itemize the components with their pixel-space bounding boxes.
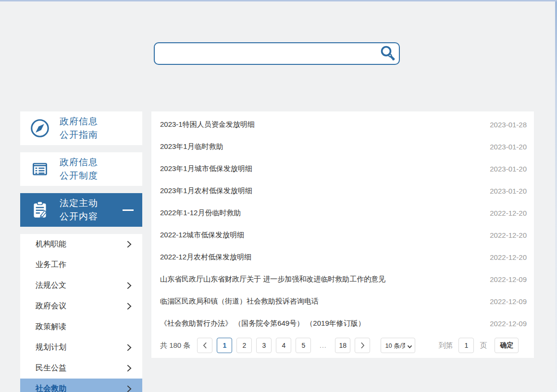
submenu-item[interactable]: 政策解读 <box>20 317 142 337</box>
article-date: 2023-01-20 <box>490 143 527 151</box>
list-item: 2023-1特困人员资金发放明细 2023-01-28 <box>151 113 534 135</box>
page-number-button[interactable]: 4 <box>276 338 291 353</box>
sidebar-label-line1: 法定主动 <box>60 196 98 210</box>
sidebar-submenu: 机构职能 业务工作 法规公文 <box>20 234 142 392</box>
submenu-item-label: 社会救助 <box>36 384 66 392</box>
goto-page-input[interactable] <box>458 338 474 353</box>
submenu-item[interactable]: 机构职能 <box>20 234 142 255</box>
article-link[interactable]: 《社会救助暂行办法》 （国务院令第649号） （2019年修订版） <box>160 319 365 328</box>
next-page-button[interactable] <box>355 338 370 353</box>
page-size-select-wrap: 10 条/页 <box>381 338 415 353</box>
list-item: 2022-12城市低保发放明细 2022-12-20 <box>151 224 534 246</box>
pagination-bar: 共 180 条 1 2 3 4 5 ... 18 <box>151 338 534 353</box>
chevron-right-icon <box>126 282 132 290</box>
submenu-item[interactable]: 规划计划 <box>20 337 142 358</box>
article-date: 2022-12-09 <box>490 297 527 306</box>
page-right-edge-strip <box>555 1 557 392</box>
sidebar-item-gov-info-guide[interactable]: 政府信息 公开指南 <box>20 111 142 145</box>
article-link[interactable]: 2023年1月临时救助 <box>160 142 223 151</box>
submenu-item-label: 政策解读 <box>36 322 66 332</box>
prev-page-button[interactable] <box>197 338 212 353</box>
article-date: 2022-12-20 <box>490 231 527 239</box>
chevron-right-icon <box>126 240 132 248</box>
submenu-item[interactable]: 政府会议 <box>20 296 142 317</box>
list-item: 2022-12月农村低保发放明细 2022-12-20 <box>151 246 534 268</box>
article-link[interactable]: 2023年1月城市低保发放明细 <box>160 164 252 173</box>
chevron-right-icon <box>360 342 365 349</box>
page-number-button[interactable]: 2 <box>236 338 252 353</box>
confirm-button[interactable]: 确定 <box>495 338 519 353</box>
sidebar-item-statutory-disclosure[interactable]: 法定主动 公开内容 <box>20 193 142 227</box>
article-link[interactable]: 2022-12月农村低保发放明细 <box>160 253 251 262</box>
submenu-item-label: 政府会议 <box>36 301 66 311</box>
list-item: 山东省民政厅山东省财政厅关于 进一步加强和改进临时救助工作的意见 2022-12… <box>151 268 534 290</box>
article-link[interactable]: 2022-12城市低保发放明细 <box>160 231 244 240</box>
article-link[interactable]: 临淄区民政局和镇（街道）社会救助投诉咨询电话 <box>160 297 319 306</box>
article-list-panel: 2023-1特困人员资金发放明细 2023-01-28 2023年1月临时救助 … <box>151 111 534 358</box>
goto-suffix-label: 页 <box>480 341 487 350</box>
article-date: 2023-01-20 <box>490 165 527 173</box>
submenu-item-label: 民生公益 <box>36 363 66 373</box>
submenu-item[interactable]: 社会救助 <box>20 379 142 392</box>
submenu-item[interactable]: 法规公文 <box>20 275 142 296</box>
list-item: 临淄区民政局和镇（街道）社会救助投诉咨询电话 2022-12-09 <box>151 290 534 312</box>
sidebar-label-line2: 公开指南 <box>60 128 98 142</box>
total-count-label: 共 180 条 <box>160 341 190 350</box>
article-date: 2023-01-28 <box>490 121 527 129</box>
article-date: 2022-12-09 <box>490 275 527 283</box>
chevron-left-icon <box>203 342 207 349</box>
list-item: 2023年1月城市低保发放明细 2023-01-20 <box>151 158 534 180</box>
page-number-button[interactable]: 1 <box>217 338 232 353</box>
article-date: 2022-12-20 <box>490 253 527 261</box>
submenu-item-label: 业务工作 <box>36 260 66 270</box>
chevron-right-icon <box>126 364 132 372</box>
search-bar <box>154 42 400 65</box>
article-link[interactable]: 2023年1月农村低保发放明细 <box>160 186 252 196</box>
sidebar-label-line1: 政府信息 <box>60 156 98 169</box>
clipboard-pen-icon <box>29 199 51 221</box>
article-date: 2022-12-20 <box>490 209 527 217</box>
page-number-button[interactable]: 18 <box>335 338 350 353</box>
submenu-item-label: 法规公文 <box>36 281 66 291</box>
compass-icon <box>29 117 51 139</box>
list-item: 2023年1月临时救助 2023-01-20 <box>151 135 534 158</box>
chevron-right-icon <box>126 385 132 392</box>
list-item: 2022年1-12月份临时救助 2022-12-20 <box>151 202 534 224</box>
page-number-button[interactable]: 3 <box>256 338 272 353</box>
page-number-button[interactable]: 5 <box>296 338 311 353</box>
minus-icon <box>123 209 134 211</box>
submenu-item-label: 规划计划 <box>36 343 66 353</box>
article-list: 2023-1特困人员资金发放明细 2023-01-28 2023年1月临时救助 … <box>151 113 534 334</box>
chevron-right-icon <box>126 302 132 310</box>
article-link[interactable]: 2023-1特困人员资金发放明细 <box>160 120 255 129</box>
search-input[interactable] <box>155 43 377 64</box>
search-button[interactable] <box>377 43 399 64</box>
submenu-item-label: 机构职能 <box>36 239 66 249</box>
article-link[interactable]: 山东省民政厅山东省财政厅关于 进一步加强和改进临时救助工作的意见 <box>160 275 385 284</box>
submenu-item[interactable]: 民生公益 <box>20 358 142 379</box>
sidebar-item-gov-info-system[interactable]: 政府信息 公开制度 <box>20 152 142 186</box>
page-number-buttons: 1 2 3 4 5 ... 18 <box>217 338 355 353</box>
article-date: 2022-12-09 <box>490 319 527 328</box>
chevron-right-icon <box>126 343 132 352</box>
sidebar-label-line2: 公开内容 <box>60 210 98 223</box>
list-item: 2023年1月农村低保发放明细 2023-01-20 <box>151 180 534 202</box>
page-number-button[interactable]: ... <box>315 338 331 353</box>
sidebar-label-line2: 公开制度 <box>60 169 98 183</box>
sidebar: 政府信息 公开指南 政府信息 公开制度 <box>20 111 142 392</box>
sidebar-label-line1: 政府信息 <box>60 115 98 128</box>
article-link[interactable]: 2022年1-12月份临时救助 <box>160 208 241 218</box>
goto-page-group: 到第 页 确定 <box>438 338 519 353</box>
submenu-item[interactable]: 业务工作 <box>20 255 142 275</box>
list-item: 《社会救助暂行办法》 （国务院令第649号） （2019年修订版） 2022-1… <box>151 312 534 334</box>
article-date: 2023-01-20 <box>490 187 527 195</box>
ledger-icon <box>29 158 51 180</box>
search-magnifier-key-icon <box>379 45 396 62</box>
goto-prefix-label: 到第 <box>438 341 453 350</box>
page-size-select[interactable]: 10 条/页 <box>381 338 415 353</box>
top-accent-line <box>0 0 557 1</box>
